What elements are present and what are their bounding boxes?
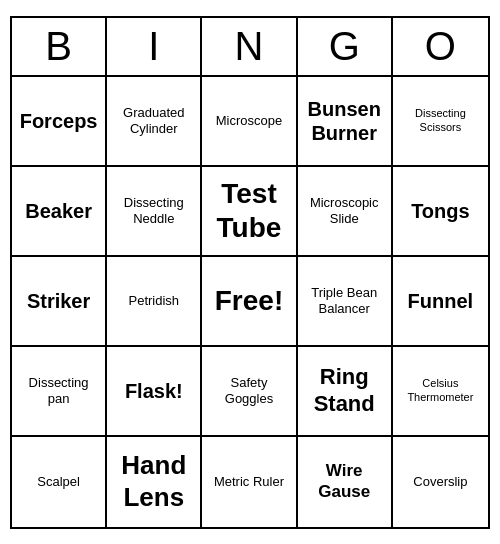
bingo-cell: Microscopic Slide (298, 167, 393, 257)
bingo-cell: Graduated Cylinder (107, 77, 202, 167)
bingo-cell: Triple Bean Balancer (298, 257, 393, 347)
bingo-grid: ForcepsGraduated CylinderMicroscopeBunse… (12, 77, 488, 527)
bingo-card: BINGO ForcepsGraduated CylinderMicroscop… (10, 16, 490, 529)
bingo-cell: Safety Goggles (202, 347, 297, 437)
header-letter: G (298, 18, 393, 75)
bingo-cell: Striker (12, 257, 107, 347)
bingo-cell: Bunsen Burner (298, 77, 393, 167)
bingo-header: BINGO (12, 18, 488, 77)
bingo-cell: Dissecting pan (12, 347, 107, 437)
bingo-cell: Ring Stand (298, 347, 393, 437)
header-letter: B (12, 18, 107, 75)
bingo-cell: Funnel (393, 257, 488, 347)
bingo-cell: Hand Lens (107, 437, 202, 527)
bingo-cell: Scalpel (12, 437, 107, 527)
bingo-cell: Dissecting Scissors (393, 77, 488, 167)
bingo-cell: Test Tube (202, 167, 297, 257)
bingo-cell: Dissecting Neddle (107, 167, 202, 257)
bingo-cell: Tongs (393, 167, 488, 257)
bingo-cell: Wire Gause (298, 437, 393, 527)
bingo-cell: Celsius Thermometer (393, 347, 488, 437)
bingo-cell: Coverslip (393, 437, 488, 527)
bingo-cell: Petridish (107, 257, 202, 347)
bingo-cell: Microscope (202, 77, 297, 167)
bingo-cell: Beaker (12, 167, 107, 257)
bingo-cell: Free! (202, 257, 297, 347)
header-letter: O (393, 18, 488, 75)
bingo-cell: Metric Ruler (202, 437, 297, 527)
bingo-cell: Flask! (107, 347, 202, 437)
bingo-cell: Forceps (12, 77, 107, 167)
header-letter: I (107, 18, 202, 75)
header-letter: N (202, 18, 297, 75)
